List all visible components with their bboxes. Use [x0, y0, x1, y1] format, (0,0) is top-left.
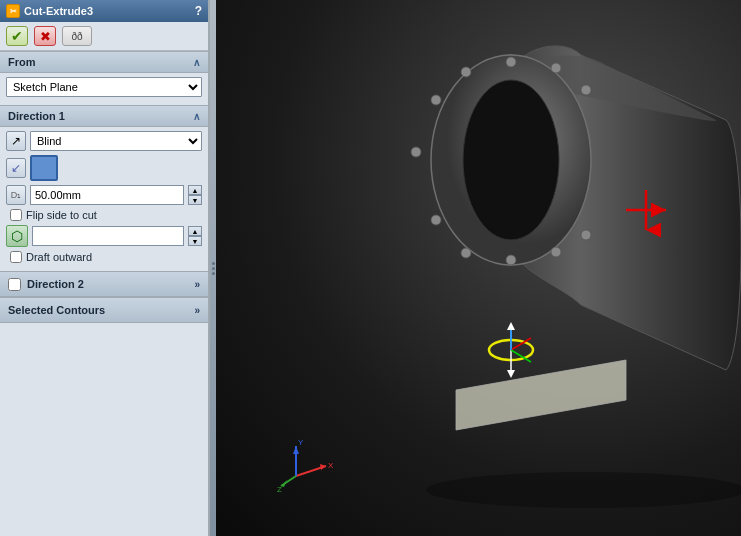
splitter-dot-1 — [212, 262, 215, 265]
svg-point-4 — [506, 57, 516, 67]
direction2-section-header[interactable]: Direction 2 » — [0, 271, 208, 297]
svg-text:Y: Y — [298, 438, 304, 447]
draft-angle-input[interactable] — [32, 226, 184, 246]
splitter-dot-2 — [212, 267, 215, 270]
draft-spin-up[interactable] — [188, 226, 202, 236]
floor-shadow — [426, 472, 741, 508]
toolbar-row: ✔ ✖ ðð — [0, 22, 208, 51]
depth-icon-btn: D₁ — [6, 185, 26, 205]
coordinate-axes: X Y Z — [276, 436, 336, 496]
from-collapse-icon: ∧ — [193, 57, 200, 68]
splitter-dot-3 — [212, 272, 215, 275]
svg-point-6 — [431, 95, 441, 105]
svg-text:X: X — [328, 461, 334, 470]
depth-row: D₁ — [6, 185, 202, 205]
direction1-face-row: ↙ — [6, 155, 202, 181]
sketch-handle — [489, 322, 533, 378]
svg-point-7 — [431, 215, 441, 225]
selected-contours-expand-icon: » — [194, 305, 200, 316]
svg-marker-20 — [507, 322, 515, 330]
viewport[interactable]: X Y Z — [216, 0, 741, 536]
svg-point-13 — [551, 247, 561, 257]
draft-spinner — [188, 226, 202, 246]
svg-point-12 — [551, 63, 561, 73]
sketch-plane — [456, 360, 626, 430]
depth-spin-up[interactable] — [188, 185, 202, 195]
ok-button[interactable]: ✔ — [6, 26, 28, 46]
draft-spin-down[interactable] — [188, 236, 202, 246]
left-panel: ✂ Cut-Extrude3 ? ✔ ✖ ðð From ∧ Sketch Pl… — [0, 0, 210, 536]
title-bar: ✂ Cut-Extrude3 ? — [0, 0, 208, 22]
direction1-label: Direction 1 — [8, 110, 65, 122]
direction2-expand-icon: » — [194, 279, 200, 290]
draft-outward-row: Draft outward — [6, 251, 202, 263]
draft-icon: ⬡ — [11, 228, 23, 244]
window-title: Cut-Extrude3 — [24, 5, 93, 17]
direction2-checkbox[interactable] — [8, 278, 21, 291]
svg-point-15 — [463, 80, 559, 240]
svg-point-14 — [411, 147, 421, 157]
direction2-left: Direction 2 — [8, 278, 84, 291]
cut-extrude-icon: ✂ — [6, 4, 20, 18]
direction1-section-body: ↗ Blind Through All Up To Next Up To Ver… — [0, 127, 208, 271]
cancel-button[interactable]: ✖ — [34, 26, 56, 46]
svg-point-8 — [581, 85, 591, 95]
svg-point-10 — [461, 67, 471, 77]
flip-side-checkbox[interactable] — [10, 209, 22, 221]
ok-icon: ✔ — [11, 28, 23, 44]
depth-spinner — [188, 185, 202, 205]
svg-text:Z: Z — [277, 485, 282, 494]
svg-marker-21 — [507, 370, 515, 378]
from-section-body: Sketch Plane Surface/Face/Plane Vertex O… — [0, 73, 208, 105]
draft-outward-checkbox[interactable] — [10, 251, 22, 263]
depth-spin-down[interactable] — [188, 195, 202, 205]
help-icon[interactable]: ? — [195, 4, 202, 18]
direction1-arrow2-button[interactable]: ↙ — [6, 158, 26, 178]
flip-side-label: Flip side to cut — [26, 209, 97, 221]
panel-content: From ∧ Sketch Plane Surface/Face/Plane V… — [0, 51, 208, 536]
flip-side-row: Flip side to cut — [6, 209, 202, 221]
preview-button[interactable]: ðð — [62, 26, 92, 46]
flip-direction-icon: ↗ — [11, 134, 21, 148]
svg-marker-29 — [293, 446, 299, 454]
from-label: From — [8, 56, 36, 68]
arrow2-icon: ↙ — [11, 161, 21, 175]
svg-marker-0 — [456, 360, 626, 430]
cylinder-main — [411, 46, 741, 370]
direction2-label: Direction 2 — [27, 278, 84, 290]
preview-icon: ðð — [71, 31, 82, 42]
direction1-flip-button[interactable]: ↗ — [6, 131, 26, 151]
draft-icon-btn[interactable]: ⬡ — [6, 225, 28, 247]
from-type-select[interactable]: Sketch Plane Surface/Face/Plane Vertex O… — [6, 77, 202, 97]
depth-icon: D₁ — [11, 190, 22, 200]
from-type-row: Sketch Plane Surface/Face/Plane Vertex O… — [6, 77, 202, 97]
from-section-header[interactable]: From ∧ — [0, 51, 208, 73]
title-bar-left: ✂ Cut-Extrude3 — [6, 4, 93, 18]
direction1-collapse-icon: ∧ — [193, 111, 200, 122]
depth-input[interactable] — [30, 185, 184, 205]
svg-point-11 — [461, 248, 471, 258]
svg-point-9 — [581, 230, 591, 240]
draft-icon-row: ⬡ — [6, 225, 202, 247]
selected-contours-label: Selected Contours — [8, 304, 105, 316]
svg-point-5 — [506, 255, 516, 265]
direction1-section-header[interactable]: Direction 1 ∧ — [0, 105, 208, 127]
draft-outward-label: Draft outward — [26, 251, 92, 263]
direction1-type-row: ↗ Blind Through All Up To Next Up To Ver… — [6, 131, 202, 151]
selected-contours-section-header[interactable]: Selected Contours » — [0, 297, 208, 323]
direction1-type-select[interactable]: Blind Through All Up To Next Up To Verte… — [30, 131, 202, 151]
cancel-icon: ✖ — [40, 29, 51, 44]
direction-indicator — [30, 155, 58, 181]
